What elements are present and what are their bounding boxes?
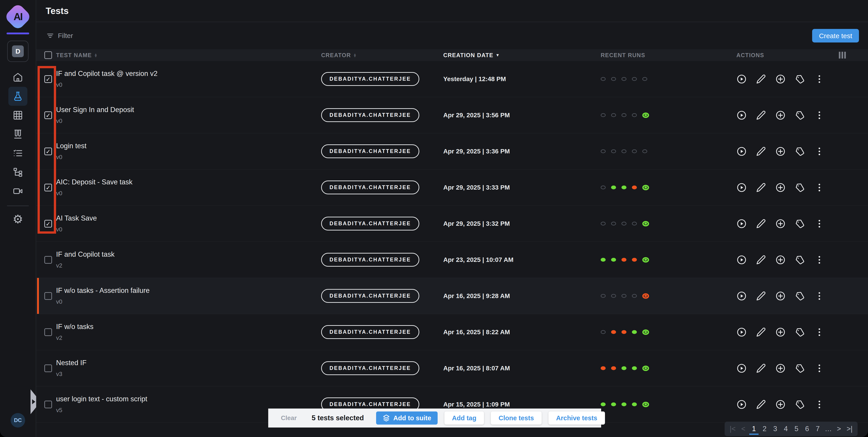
run-status-dot-none[interactable] — [632, 222, 637, 226]
filter-button[interactable]: Filter — [46, 32, 73, 40]
add-to-suite-row-button[interactable] — [775, 110, 786, 121]
row-checkbox[interactable] — [44, 365, 52, 372]
run-status-dot-none[interactable] — [611, 222, 616, 226]
page-button-2[interactable]: 2 — [759, 422, 770, 436]
run-status-dot-fail[interactable] — [621, 330, 626, 334]
prev-page-button[interactable]: < — [738, 422, 749, 436]
more-options-button[interactable] — [814, 363, 825, 373]
clone-tests-button[interactable]: Clone tests — [491, 411, 541, 425]
run-status-dot-none[interactable] — [601, 113, 606, 117]
sort-icon[interactable]: ▲▼ — [94, 53, 98, 57]
add-to-suite-row-button[interactable] — [775, 327, 786, 337]
run-status-dot-pass[interactable] — [632, 330, 637, 334]
page-button-4[interactable]: 4 — [780, 422, 791, 436]
sidebar-item-checklist[interactable] — [8, 144, 27, 163]
tag-test-button[interactable] — [795, 255, 805, 265]
run-status-dot-pass[interactable] — [632, 366, 637, 370]
edit-test-button[interactable] — [756, 218, 766, 229]
run-test-button[interactable] — [736, 218, 747, 229]
run-test-button[interactable] — [736, 74, 747, 84]
run-status-dot-none[interactable] — [632, 149, 637, 153]
run-status-dot-none[interactable] — [611, 294, 616, 298]
more-options-button[interactable] — [814, 218, 825, 229]
tag-test-button[interactable] — [795, 182, 805, 193]
tag-test-button[interactable] — [795, 74, 805, 84]
run-status-dot-none[interactable] — [642, 77, 647, 81]
run-status-dot-none[interactable] — [601, 330, 606, 334]
row-checkbox[interactable]: ✓ — [44, 184, 52, 191]
create-test-button[interactable]: Create test — [812, 29, 859, 42]
add-to-suite-row-button[interactable] — [775, 146, 786, 157]
run-status-dot-latest-pass[interactable] — [642, 185, 649, 190]
sort-icon[interactable]: ▲▼ — [353, 53, 357, 57]
edit-test-button[interactable] — [756, 182, 766, 193]
column-settings-icon[interactable] — [832, 52, 846, 59]
run-status-dot-pass[interactable] — [611, 186, 616, 189]
run-status-dot-none[interactable] — [621, 113, 626, 117]
page-button-6[interactable]: 6 — [802, 422, 812, 436]
run-status-dot-fail[interactable] — [632, 258, 637, 262]
run-status-dot-none[interactable] — [601, 77, 606, 81]
sort-desc-icon[interactable]: ▼ — [496, 53, 500, 58]
clear-selection-button[interactable]: Clear — [281, 414, 297, 422]
more-options-button[interactable] — [814, 146, 825, 157]
tag-test-button[interactable] — [795, 327, 805, 337]
run-test-button[interactable] — [736, 399, 747, 410]
edit-test-button[interactable] — [756, 146, 766, 157]
sidebar-item-home[interactable] — [8, 68, 27, 87]
tag-test-button[interactable] — [795, 291, 805, 301]
sidebar-item-test-tubes[interactable] — [8, 125, 27, 144]
sidebar-item-settings[interactable]: ⚙ — [8, 210, 27, 229]
more-options-button[interactable] — [814, 255, 825, 265]
add-to-suite-row-button[interactable] — [775, 399, 786, 410]
next-page-button[interactable]: > — [834, 422, 844, 436]
row-checkbox[interactable]: ✓ — [44, 75, 52, 83]
run-status-dot-fail[interactable] — [611, 330, 616, 334]
test-name[interactable]: AI Task Save — [56, 214, 321, 222]
run-status-dot-fail[interactable] — [601, 366, 606, 370]
more-options-button[interactable] — [814, 291, 825, 301]
run-test-button[interactable] — [736, 291, 747, 301]
run-status-dot-none[interactable] — [621, 77, 626, 81]
add-to-suite-row-button[interactable] — [775, 363, 786, 373]
sidebar-item-recordings[interactable] — [8, 182, 27, 201]
app-logo-icon[interactable]: AI — [4, 3, 32, 31]
test-name[interactable]: IF and Copilot task @ version v2 — [56, 70, 321, 78]
test-name[interactable]: Nested IF — [56, 359, 321, 367]
page-button-5[interactable]: 5 — [791, 422, 802, 436]
run-status-dot-none[interactable] — [601, 294, 606, 298]
run-status-dot-latest-pass[interactable] — [642, 402, 649, 407]
row-checkbox[interactable] — [44, 328, 52, 336]
run-status-dot-none[interactable] — [601, 149, 606, 153]
run-status-dot-latest-pass[interactable] — [642, 221, 649, 226]
add-tag-button[interactable]: Add tag — [444, 411, 484, 425]
sidebar-item-tests[interactable] — [8, 87, 27, 106]
run-status-dot-latest-fail[interactable] — [642, 293, 649, 299]
run-test-button[interactable] — [736, 110, 747, 121]
more-options-button[interactable] — [814, 182, 825, 193]
run-status-dot-none[interactable] — [621, 149, 626, 153]
run-test-button[interactable] — [736, 182, 747, 193]
column-creation-date[interactable]: CREATION DATE — [443, 52, 493, 59]
workspace-switcher[interactable]: D — [7, 41, 29, 62]
select-all-checkbox[interactable] — [44, 51, 52, 59]
run-status-dot-pass[interactable] — [601, 258, 606, 262]
run-status-dot-none[interactable] — [621, 222, 626, 226]
run-status-dot-none[interactable] — [601, 186, 606, 189]
test-name[interactable]: Login test — [56, 142, 321, 150]
row-checkbox[interactable]: ✓ — [44, 220, 52, 228]
row-checkbox[interactable]: ✓ — [44, 111, 52, 119]
run-status-dot-pass[interactable] — [611, 258, 616, 262]
tag-test-button[interactable] — [795, 146, 805, 157]
run-status-dot-none[interactable] — [632, 113, 637, 117]
add-to-suite-row-button[interactable] — [775, 218, 786, 229]
archive-tests-button[interactable]: Archive tests — [549, 411, 605, 425]
run-status-dot-pass[interactable] — [601, 402, 606, 406]
test-name[interactable]: IF and Copilot task — [56, 250, 321, 259]
run-status-dot-none[interactable] — [601, 222, 606, 226]
add-to-suite-row-button[interactable] — [775, 74, 786, 84]
more-options-button[interactable] — [814, 74, 825, 84]
more-options-button[interactable] — [814, 327, 825, 337]
run-status-dot-latest-pass[interactable] — [642, 330, 649, 335]
edit-test-button[interactable] — [756, 291, 766, 301]
